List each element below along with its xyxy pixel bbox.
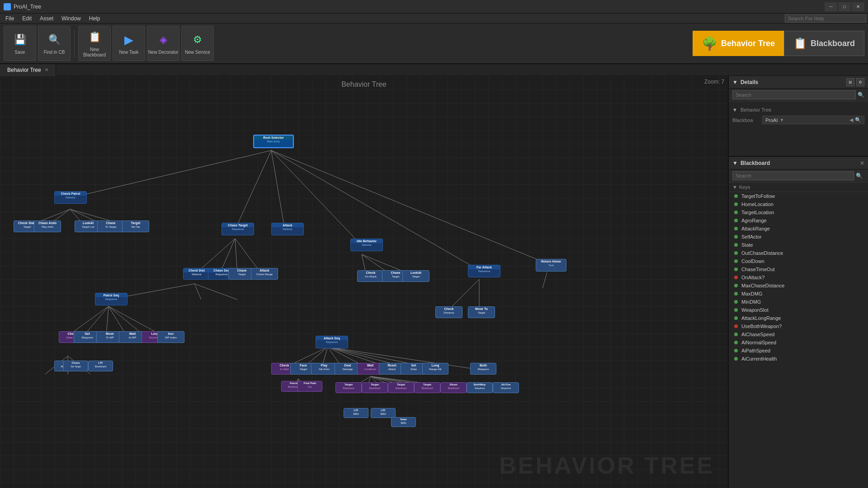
blackboard-key-item[interactable]: MaxDMG — [729, 290, 868, 298]
node-r2-3[interactable]: LookAt Target — [402, 270, 429, 282]
help-search-input[interactable] — [788, 16, 863, 21]
tab-close-icon[interactable]: ✕ — [45, 67, 48, 72]
node-l1-1[interactable]: Check Patrol Selector — [54, 191, 87, 204]
blackboard-key-item[interactable]: SelfActor — [729, 233, 868, 241]
node-atk-9[interactable]: Both Weapons — [470, 363, 496, 375]
node-r2-1[interactable]: Check On Attack — [357, 270, 384, 282]
node-l2-6[interactable]: Check Dist Selector — [183, 268, 210, 280]
node-atk-3[interactable]: Play Atk Anim — [311, 363, 337, 375]
blackboard-key-item[interactable]: AttackLongRange — [729, 314, 868, 322]
blackboard-key-item[interactable]: WeaponSlot — [729, 306, 868, 314]
node-deep-3[interactable]: LTF Blackboard — [88, 361, 113, 371]
node-btm-4[interactable]: Target Blackboard — [414, 382, 440, 393]
node-btm-7[interactable]: Alt Fire Sequence — [493, 382, 519, 393]
new-blackboard-button[interactable]: 📋 New Blackboard — [78, 26, 111, 61]
new-decorator-button[interactable]: ◈ New Decorator — [147, 26, 179, 61]
blackboard-key-item[interactable]: CoolDown — [729, 257, 868, 265]
key-name: MaxChaseDistance — [741, 283, 863, 288]
blackboard-key-item[interactable]: MaxChaseDistance — [729, 282, 868, 290]
node-patrol[interactable]: Patrol Seq Sequence — [95, 293, 127, 305]
blackboard-key-item[interactable]: UseBothWeapon? — [729, 322, 868, 330]
blackboard-key-item[interactable]: HomeLocation — [729, 200, 868, 208]
blackboard-key-item[interactable]: MinDMG — [729, 298, 868, 306]
details-title: Details — [741, 79, 758, 85]
node-l1-5[interactable]: Far Attack Sequence — [468, 265, 500, 277]
node-btm-3[interactable]: Target Blackboard — [388, 382, 414, 393]
svg-line-2 — [271, 150, 285, 230]
blackboard-key-item[interactable]: AiChaseSpeed — [729, 330, 868, 338]
details-settings-button[interactable]: ⚙ — [856, 78, 864, 86]
menubar: File Edit Asset Window Help — [0, 14, 868, 23]
node-btm-5[interactable]: Shoot Blackboard — [440, 382, 467, 393]
node-l2-2[interactable]: Chase Anim Play Anim — [34, 221, 61, 232]
new-service-button[interactable]: ⚙ New Service — [181, 26, 214, 61]
blackboard-close-button[interactable]: ✕ — [860, 160, 864, 166]
blackboard-key-item[interactable]: AiNormalSpeed — [729, 338, 868, 347]
blackboard-key-item[interactable]: AiCurrentHealth — [729, 355, 868, 363]
blackboard-key-item[interactable]: TargetToFollow — [729, 192, 868, 200]
node-pat-6[interactable]: Incr WP Index — [157, 331, 184, 343]
blackboard-key-item[interactable]: State — [729, 241, 868, 249]
node-l1-2[interactable]: Chase Target Sequence — [222, 223, 254, 235]
canvas-area[interactable]: Behavior Tree Zoom: 7 — [0, 76, 728, 488]
details-search-input[interactable] — [732, 90, 856, 99]
menu-help[interactable]: Help — [85, 14, 104, 23]
node-l1-3[interactable]: Attack Selector — [271, 223, 304, 235]
key-name: UseBothWeapon? — [741, 324, 863, 329]
blackboard-key-item[interactable]: AttackRange — [729, 225, 868, 233]
menu-window[interactable]: Window — [58, 14, 85, 23]
details-collapse-icon[interactable]: ▼ — [732, 79, 738, 85]
node-l1-4[interactable]: Idle Behavior Selector — [350, 239, 383, 251]
node-fr2-2[interactable]: Move To Target — [468, 306, 495, 318]
blackboard-key-item[interactable]: ChaseTimeOut — [729, 265, 868, 273]
blackboard-keys-header[interactable]: ▼ Keys — [729, 183, 868, 192]
node-l1-6[interactable]: Return Home Task — [536, 259, 566, 272]
node-fr2-1[interactable]: Check Distance — [435, 306, 462, 318]
blackboard-search-input[interactable] — [732, 171, 854, 180]
blackboard-key-item[interactable]: TargetLocation — [729, 208, 868, 216]
nav-search-icon[interactable]: 🔍 — [855, 117, 861, 123]
menu-file[interactable]: File — [2, 14, 18, 23]
details-grid-view-button[interactable]: ⊞ — [846, 78, 854, 86]
node-bot-2[interactable]: Find Path Dec — [297, 381, 322, 392]
blackboard-search-button[interactable]: 🔍 — [854, 173, 864, 179]
blackboard-view-button[interactable]: 📋 Blackboard — [784, 31, 864, 56]
menu-edit[interactable]: Edit — [19, 14, 35, 23]
close-button[interactable]: ✕ — [852, 2, 864, 11]
blackboard-collapse-icon[interactable]: ▼ — [732, 160, 738, 166]
blackboard-search-bar: 🔍 — [729, 169, 868, 183]
blackboard-key-item[interactable]: AiPathSpeed — [729, 347, 868, 355]
blackboard-key-item[interactable]: OutChaseDistance — [729, 249, 868, 257]
minimize-button[interactable]: ─ — [825, 2, 837, 11]
nav-left-icon[interactable]: ◀ — [849, 117, 853, 123]
save-button[interactable]: 💾 Save — [4, 26, 36, 61]
blackboard-section-title: Blackboard — [741, 160, 770, 166]
behavior-tree-tab[interactable]: Behavior Tree ✕ — [0, 64, 56, 76]
behavior-tree-view-button[interactable]: 🌳 Behavior Tree — [693, 31, 784, 56]
new-task-button[interactable]: ▶ New Task — [113, 26, 145, 61]
dropdown-icon[interactable]: ▼ — [780, 117, 784, 122]
node-l2-5[interactable]: Target Set Var — [122, 221, 149, 232]
node-l2-9[interactable]: Attack Check Range — [251, 268, 278, 280]
node-deep-2[interactable]: Chase Set Target — [63, 361, 88, 371]
blackboard-key-item[interactable]: OnAttack? — [729, 273, 868, 282]
node-vbt-1[interactable]: LTF BkBd — [344, 408, 368, 418]
node-l2-4[interactable]: Chase To Target — [97, 221, 124, 232]
find-in-cb-button[interactable]: 🔍 Find in CB — [38, 26, 71, 61]
blackboard-key-item[interactable]: AgroRange — [729, 216, 868, 225]
blackboard-field-value[interactable]: ProAI ▼ ◀ 🔍 — [762, 116, 864, 124]
node-btm-2[interactable]: Target Blackboard — [362, 382, 388, 393]
key-name: AiNormalSpeed — [741, 340, 863, 345]
svg-line-17 — [194, 284, 237, 300]
find-in-cb-label: Find in CB — [44, 50, 65, 55]
node-vbt-3[interactable]: State BkBd — [391, 417, 416, 427]
node-btm-6[interactable]: BothWep Sequence — [467, 382, 493, 393]
key-name: AttackLongRange — [741, 315, 863, 321]
maximize-button[interactable]: □ — [838, 2, 851, 11]
node-btm-1[interactable]: Target Blackboard — [335, 382, 362, 393]
node-atk-8[interactable]: Long Range Atk — [422, 363, 448, 375]
root-node[interactable]: Root Selector Main Entry — [253, 135, 294, 148]
menu-asset[interactable]: Asset — [36, 14, 57, 23]
node-center-low[interactable]: Attack Seq Sequence — [316, 336, 348, 348]
node-vbt-2[interactable]: LTF BkBd — [371, 408, 396, 418]
